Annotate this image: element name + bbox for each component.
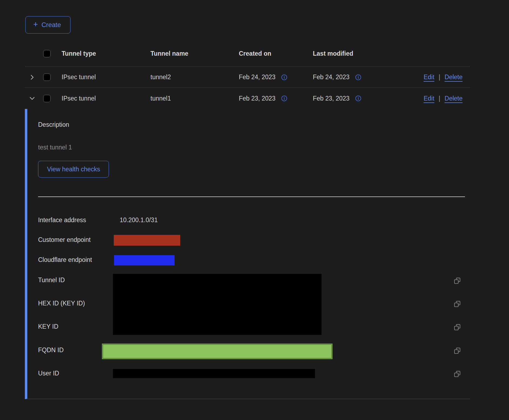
description-label: Description xyxy=(38,121,69,128)
create-button[interactable]: + Create xyxy=(25,16,71,34)
copy-icon[interactable] xyxy=(454,300,461,308)
created-on-cell: Feb 23, 2023 xyxy=(236,95,310,102)
col-header-last-modified: Last modified xyxy=(310,50,384,57)
copy-icon[interactable] xyxy=(454,347,461,354)
interface-address-label: Interface address xyxy=(38,216,86,224)
col-header-tunnel-name: Tunnel name xyxy=(147,50,236,57)
tunnel-name-cell: tunnel2 xyxy=(147,74,236,81)
tunnel-details-panel: Description test tunnel 1 View health ch… xyxy=(25,109,470,399)
row-actions-cell: Edit | Delete xyxy=(384,95,470,102)
delete-link[interactable]: Delete xyxy=(445,95,463,102)
select-all-checkbox[interactable] xyxy=(43,50,51,57)
info-icon[interactable] xyxy=(355,95,361,102)
row-actions-cell: Edit | Delete xyxy=(384,74,470,81)
copy-icon[interactable] xyxy=(454,324,461,331)
fqdn-id-redacted-value xyxy=(102,344,333,359)
created-on-cell: Feb 24, 2023 xyxy=(236,74,310,81)
table-row: IPsec tunnel tunnel2 Feb 24, 2023 Feb xyxy=(25,67,470,88)
create-button-label: Create xyxy=(42,21,61,29)
info-icon[interactable] xyxy=(355,74,361,81)
row-select-cell xyxy=(40,95,58,102)
cloudflare-endpoint-redacted-value xyxy=(114,255,175,265)
created-on-value: Feb 24, 2023 xyxy=(239,74,276,81)
hex-id-label: HEX ID (KEY ID) xyxy=(38,300,85,307)
expand-cell xyxy=(25,95,40,102)
last-modified-value: Feb 23, 2023 xyxy=(313,95,350,102)
view-health-checks-button[interactable]: View health checks xyxy=(38,161,109,178)
col-header-tunnel-type: Tunnel type xyxy=(58,50,147,57)
last-modified-cell: Feb 23, 2023 xyxy=(310,95,384,102)
fqdn-id-label: FQDN ID xyxy=(38,346,64,354)
edit-link[interactable]: Edit xyxy=(424,74,434,81)
table-row: IPsec tunnel tunnel1 Feb 23, 2023 Feb xyxy=(25,88,470,109)
tunnel-name-cell: tunnel1 xyxy=(147,95,236,102)
plus-icon: + xyxy=(33,20,38,28)
cloudflare-endpoint-label: Cloudflare endpoint xyxy=(38,256,92,264)
tunnel-type-cell: IPsec tunnel xyxy=(58,95,147,102)
customer-endpoint-label: Customer endpoint xyxy=(38,236,91,244)
section-divider xyxy=(38,196,465,197)
expand-cell xyxy=(25,74,40,81)
key-id-label: KEY ID xyxy=(38,323,58,330)
action-separator: | xyxy=(439,95,440,102)
info-icon[interactable] xyxy=(281,95,287,102)
col-header-created-on: Created on xyxy=(236,50,310,57)
copy-icon[interactable] xyxy=(454,277,461,284)
last-modified-cell: Feb 24, 2023 xyxy=(310,74,384,81)
view-health-checks-label: View health checks xyxy=(47,166,100,173)
select-all-cell xyxy=(40,50,58,57)
delete-link[interactable]: Delete xyxy=(445,74,463,81)
row-checkbox[interactable] xyxy=(43,74,51,81)
interface-address-value: 10.200.1.0/31 xyxy=(120,216,158,224)
customer-endpoint-redacted-value xyxy=(114,235,180,246)
row-select-cell xyxy=(40,74,58,81)
table-header-row: Tunnel type Tunnel name Created on Last … xyxy=(25,41,470,67)
action-separator: | xyxy=(439,74,440,81)
edit-link[interactable]: Edit xyxy=(424,95,434,102)
info-icon[interactable] xyxy=(281,74,287,81)
tunnels-page: + Create Tunnel type Tunnel name Created… xyxy=(0,0,509,420)
ids-redacted-value xyxy=(113,274,322,335)
tunnel-type-cell: IPsec tunnel xyxy=(58,74,147,81)
created-on-value: Feb 23, 2023 xyxy=(239,95,276,102)
chevron-right-icon[interactable] xyxy=(29,74,36,81)
user-id-label: User ID xyxy=(38,370,59,377)
tunnel-id-label: Tunnel ID xyxy=(38,276,65,284)
row-checkbox[interactable] xyxy=(43,95,51,102)
user-id-redacted-value xyxy=(113,369,315,378)
last-modified-value: Feb 24, 2023 xyxy=(313,74,350,81)
description-value: test tunnel 1 xyxy=(38,144,72,151)
chevron-down-icon[interactable] xyxy=(29,95,36,102)
copy-icon[interactable] xyxy=(454,370,461,378)
tunnels-content: + Create Tunnel type Tunnel name Created… xyxy=(25,16,470,399)
tunnels-table: Tunnel type Tunnel name Created on Last … xyxy=(25,41,470,399)
